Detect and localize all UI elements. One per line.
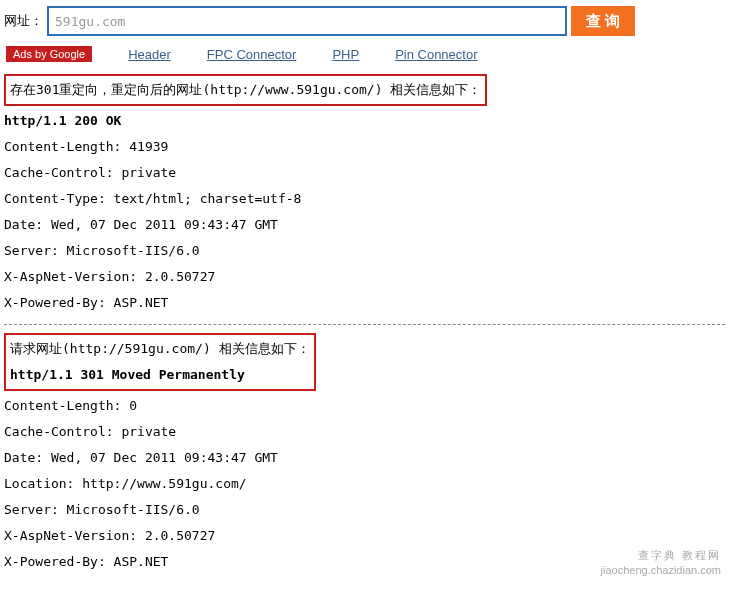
header-line: Cache-Control: private bbox=[4, 160, 725, 186]
request-notice-text: 请求网址(http://591gu.com/) 相关信息如下： bbox=[10, 336, 310, 362]
header-line: Content-Length: 0 bbox=[4, 393, 725, 419]
http-status-200: http/1.1 200 OK bbox=[4, 108, 725, 134]
section-divider bbox=[4, 324, 725, 325]
ads-by-google-badge: Ads by Google bbox=[6, 46, 92, 62]
header-line: Content-Length: 41939 bbox=[4, 134, 725, 160]
search-bar: 网址： 查询 bbox=[0, 0, 729, 44]
watermark: 查字典 教程网 jiaocheng.chazidian.com bbox=[601, 548, 721, 577]
redirect-notice-text: 存在301重定向，重定向后的网址(http://www.591gu.com/) … bbox=[10, 82, 481, 97]
ad-link-fpc[interactable]: FPC Connector bbox=[207, 47, 297, 62]
ad-row: Ads by Google Header FPC Connector PHP P… bbox=[0, 44, 729, 68]
header-line: X-AspNet-Version: 2.0.50727 bbox=[4, 523, 725, 549]
ad-link-php[interactable]: PHP bbox=[332, 47, 359, 62]
request-notice-box: 请求网址(http://591gu.com/) 相关信息如下： http/1.1… bbox=[4, 333, 316, 391]
header-line: X-Powered-By: ASP.NET bbox=[4, 290, 725, 316]
header-line: Location: http://www.591gu.com/ bbox=[4, 471, 725, 497]
header-line: Content-Type: text/html; charset=utf-8 bbox=[4, 186, 725, 212]
watermark-url: jiaocheng.chazidian.com bbox=[601, 563, 721, 577]
query-button[interactable]: 查询 bbox=[571, 6, 635, 36]
http-status-301: http/1.1 301 Moved Permanently bbox=[10, 362, 310, 388]
header-line: Cache-Control: private bbox=[4, 419, 725, 445]
header-line: Date: Wed, 07 Dec 2011 09:43:47 GMT bbox=[4, 445, 725, 471]
header-line: Server: Microsoft-IIS/6.0 bbox=[4, 497, 725, 523]
watermark-cn: 查字典 教程网 bbox=[601, 548, 721, 562]
response-content: 存在301重定向，重定向后的网址(http://www.591gu.com/) … bbox=[0, 68, 729, 581]
url-label: 网址： bbox=[4, 12, 43, 30]
header-line: Server: Microsoft-IIS/6.0 bbox=[4, 238, 725, 264]
ad-link-pin[interactable]: Pin Connector bbox=[395, 47, 477, 62]
redirect-notice-box: 存在301重定向，重定向后的网址(http://www.591gu.com/) … bbox=[4, 74, 487, 106]
url-input[interactable] bbox=[47, 6, 567, 36]
header-line: X-AspNet-Version: 2.0.50727 bbox=[4, 264, 725, 290]
header-line: Date: Wed, 07 Dec 2011 09:43:47 GMT bbox=[4, 212, 725, 238]
ad-link-header[interactable]: Header bbox=[128, 47, 171, 62]
